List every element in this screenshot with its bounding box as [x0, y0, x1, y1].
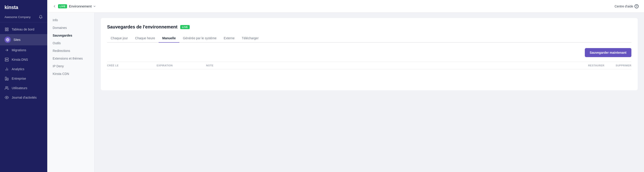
- company-row: Awesome Company: [0, 14, 47, 22]
- globe-icon: [4, 37, 11, 43]
- topbar-chevron-icon[interactable]: [53, 5, 56, 8]
- sub-nav-outils[interactable]: Outils: [47, 39, 94, 47]
- svg-point-16: [6, 87, 7, 88]
- svg-text:kinsta: kinsta: [4, 5, 18, 10]
- svg-rect-14: [5, 77, 6, 80]
- sub-nav-domaines[interactable]: Domaines: [47, 24, 94, 32]
- content-area: Info Domaines Sauvegardes Outils Redirec…: [47, 13, 644, 172]
- users-icon: [4, 86, 9, 90]
- sidebar-item-label: Entreprise: [12, 77, 26, 80]
- svg-rect-2: [7, 28, 8, 29]
- th-created: CRÉÉ LE: [107, 64, 156, 67]
- svg-rect-3: [7, 30, 8, 31]
- sidebar-item-analytics[interactable]: Analytics: [0, 64, 47, 74]
- analytics-icon: [4, 67, 9, 71]
- sub-nav-sauvegardes[interactable]: Sauvegardes: [47, 32, 94, 39]
- svg-point-17: [6, 97, 8, 98]
- sidebar-item-label: Migrations: [12, 48, 26, 52]
- save-now-button[interactable]: Sauvegarder maintenant: [585, 48, 632, 57]
- grid-icon: [4, 27, 9, 32]
- page-title: Sauvegardes de l'environnement: [107, 24, 178, 30]
- th-delete: SUPPRIMER: [604, 64, 632, 67]
- sidebar-item-label: Utilisateurs: [12, 86, 27, 90]
- page-header: Sauvegardes de l'environnement LIVE: [107, 24, 632, 30]
- sub-nav-redirections[interactable]: Redirections: [47, 47, 94, 55]
- env-chevron-down-icon: [93, 5, 96, 8]
- table-header: CRÉÉ LE EXPIRATION NOTE RESTAURER SUPPRI…: [107, 62, 632, 69]
- topbar-live-badge: LIVE: [58, 4, 67, 8]
- sidebar-item-label: Analytics: [12, 67, 24, 71]
- tab-externe[interactable]: Externe: [220, 34, 238, 43]
- company-name: Awesome Company: [4, 15, 30, 19]
- sidebar-item-utilisateurs[interactable]: Utilisateurs: [0, 83, 47, 93]
- sub-nav-ip-deny[interactable]: IP Deny: [47, 62, 94, 70]
- sidebar-item-migrations[interactable]: Migrations: [0, 45, 47, 55]
- sub-nav-info[interactable]: Info: [47, 16, 94, 24]
- sub-nav-extensions[interactable]: Extensions et thèmes: [47, 55, 94, 62]
- environment-selector[interactable]: Environnement: [69, 4, 96, 8]
- sidebar-item-entreprise[interactable]: Entreprise: [0, 74, 47, 83]
- logo-area: kinsta: [0, 0, 47, 14]
- tab-telecharger[interactable]: Télécharger: [238, 34, 262, 43]
- sub-sidebar: Info Domaines Sauvegardes Outils Redirec…: [47, 13, 94, 172]
- tab-chaque-jour[interactable]: Chaque jour: [107, 34, 132, 43]
- sidebar-item-sites[interactable]: Sites: [0, 34, 47, 45]
- dns-icon: [4, 57, 9, 62]
- page-card: Sauvegardes de l'environnement LIVE Chaq…: [101, 18, 638, 90]
- main-area: LIVE Environnement Centre d'aide ? Info …: [47, 0, 644, 172]
- th-expiration: EXPIRATION: [156, 64, 206, 67]
- sidebar-item-kinsta-dns[interactable]: Kinsta DNS: [0, 55, 47, 64]
- page-content: Sauvegardes de l'environnement LIVE Chaq…: [94, 13, 644, 172]
- sub-nav-kinsta-cdn[interactable]: Kinsta CDN: [47, 70, 94, 78]
- logo-text: kinsta: [4, 4, 25, 10]
- sidebar-item-label: Tableau de bord: [12, 28, 34, 31]
- backup-tabs: Chaque jour Chaque heure Manuelle Généré…: [107, 34, 632, 43]
- help-center-link[interactable]: Centre d'aide ?: [614, 4, 638, 8]
- building-icon: [4, 76, 9, 81]
- svg-rect-4: [5, 30, 6, 31]
- main-nav: Tableau de bord Sites Migrations: [0, 25, 47, 172]
- save-button-wrapper: Sauvegarder maintenant: [107, 48, 632, 57]
- sidebar-item-label: Kinsta DNS: [12, 58, 28, 61]
- sidebar-item-label: Sites: [14, 38, 20, 42]
- tab-manuelle[interactable]: Manuelle: [159, 34, 179, 43]
- th-note: NOTE: [206, 64, 573, 67]
- help-circle-icon: ?: [634, 4, 638, 8]
- help-label: Centre d'aide: [614, 5, 633, 8]
- sidebar-item-journal[interactable]: Journal d'activités: [0, 93, 47, 102]
- topbar: LIVE Environnement Centre d'aide ?: [47, 0, 644, 13]
- page-live-badge: LIVE: [180, 25, 190, 29]
- migrations-icon: [4, 48, 9, 52]
- notification-bell-icon[interactable]: [39, 15, 43, 19]
- th-restore: RESTAURER: [573, 64, 604, 67]
- eye-icon: [4, 95, 9, 100]
- sidebar: kinsta Awesome Company Tableau de bord: [0, 0, 47, 172]
- sidebar-item-label: Journal d'activités: [12, 96, 37, 99]
- svg-rect-15: [7, 78, 8, 80]
- topbar-left: LIVE Environnement: [53, 4, 96, 8]
- svg-rect-1: [5, 28, 6, 29]
- environment-label: Environnement: [69, 4, 92, 8]
- sidebar-item-dashboard[interactable]: Tableau de bord: [0, 25, 47, 34]
- tab-chaque-heure[interactable]: Chaque heure: [132, 34, 159, 43]
- tab-generee[interactable]: Générée par le système: [179, 34, 220, 43]
